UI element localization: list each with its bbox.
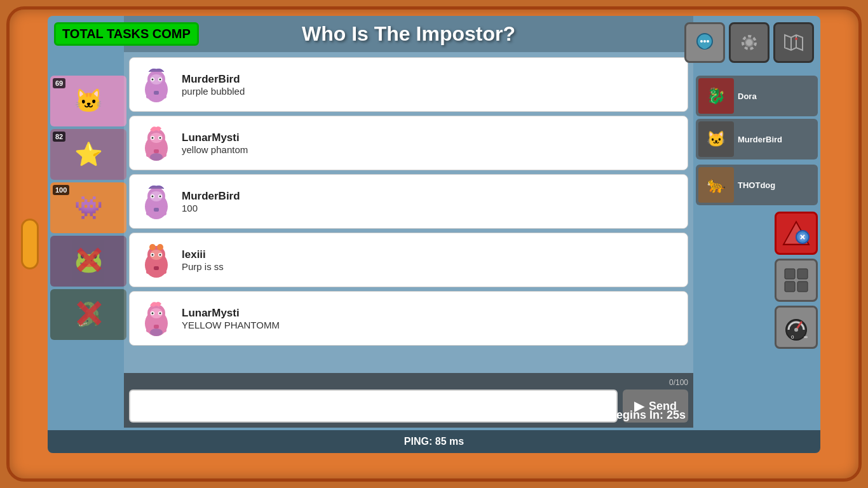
screen: TOTAL TASKS COMP [48,16,820,453]
player-badge: 82 [53,132,65,142]
svg-point-65 [152,254,154,256]
svg-text:∞: ∞ [804,334,808,340]
report-button[interactable]: ! [775,212,818,255]
svg-rect-36 [154,91,159,95]
player-avatar: 🐸 [50,236,126,287]
message-text: 100 [182,203,679,214]
message-content: MurderBird purple bubbled [182,73,679,97]
right-panel: 🐉 Dora 🐱 MurderBird 🐆 THOTdog ! [693,73,820,428]
chat-message: MurderBird purple bubbled [129,57,688,112]
svg-point-34 [152,79,154,81]
right-player-avatar: 🐉 [698,78,734,114]
svg-point-5 [745,39,753,46]
message-content: LunarMysti yellow phantom [182,132,679,155]
svg-point-45 [159,137,161,139]
chat-message: lexiii Purp is ss [129,233,688,287]
svg-point-78 [159,313,161,315]
player-item-eliminated: 🐊 [50,289,126,340]
chat-messages: MurderBird purple bubbled [124,52,693,373]
message-sender: lexiii [182,248,679,261]
svg-point-77 [152,313,154,315]
svg-point-47 [150,153,163,161]
device-frame: TOTAL TASKS COMP [6,6,862,482]
voting-timer: Voting Begins In: 25s [124,406,693,424]
right-player-row: 🐱 MurderBird [696,119,818,159]
message-text: Purp is ss [182,261,679,272]
voting-timer-text: Voting Begins In: 25s [570,409,686,421]
grid-button[interactable] [775,259,818,302]
settings-icon-button[interactable] [729,22,770,63]
svg-rect-19 [797,269,808,279]
svg-point-56 [159,196,161,198]
player-item: 82 ⭐ [50,129,126,180]
right-player-name: THOTdog [738,180,775,190]
message-avatar [139,298,174,339]
ping-text: PING: 85 ms [404,436,464,447]
player-item: 69 🐱 [50,76,126,126]
ping-bar: PING: 85 ms [48,430,820,453]
svg-rect-20 [785,281,795,292]
svg-rect-61 [161,265,166,274]
player-badge: 100 [53,185,69,195]
task-bar: TOTAL TASKS COMP [54,22,199,46]
message-text: yellow phantom [182,144,679,155]
message-content: LunarMysti YELLOW PHANTOMM [182,307,679,330]
player-badge: 69 [53,78,65,88]
svg-point-10 [795,37,797,40]
right-player-avatar: 🐆 [698,167,734,203]
svg-rect-69 [154,266,159,270]
player-avatar: 🐊 [50,289,126,340]
svg-point-55 [152,196,154,198]
svg-point-1 [702,44,708,49]
svg-point-67 [149,244,156,250]
message-sender: LunarMysti [182,307,679,320]
message-content: MurderBird 100 [182,190,679,214]
chat-message: LunarMysti yellow phantom [129,116,688,170]
svg-rect-30 [161,90,166,98]
chat-icon-button[interactable] [684,22,725,63]
message-avatar [139,123,174,163]
player-item: 100 👾 [50,182,126,233]
right-player-row: 🐉 Dora [696,76,818,116]
task-bar-label: TOTAL TASKS COMP [62,27,191,41]
player-list: 69 🐱 82 ⭐ 100 👾 🐸 🐊 [48,73,130,428]
right-player-name: MurderBird [738,135,782,144]
svg-rect-29 [146,90,151,98]
svg-rect-21 [797,281,808,292]
svg-point-2 [700,40,703,43]
chat-overlay: Who Is The Impostor? [124,16,693,428]
chat-message: MurderBird 100 [129,174,688,229]
side-handle [21,219,39,269]
message-sender: LunarMysti [182,132,679,144]
right-player-avatar: 🐱 [698,121,734,157]
top-right-icons [684,22,814,63]
speed-button[interactable]: 0 ∞ [775,306,818,349]
svg-point-3 [703,40,706,43]
svg-rect-46 [154,149,159,153]
svg-point-35 [159,79,161,81]
player-item-eliminated: 🐸 [50,236,126,287]
message-avatar [139,240,174,280]
map-icon-button[interactable] [773,22,814,63]
svg-point-24 [794,328,798,332]
message-text: YELLOW PHANTOMM [182,320,679,330]
chat-message: LunarMysti YELLOW PHANTOMM [129,291,688,346]
svg-rect-79 [154,325,159,329]
message-content: lexiii Purp is ss [182,248,679,272]
svg-rect-50 [146,207,151,215]
impostor-header: Who Is The Impostor? [124,16,693,52]
char-counter: 0/100 [129,378,688,387]
svg-point-44 [152,137,154,139]
svg-rect-60 [146,265,151,274]
svg-point-66 [159,254,161,256]
message-sender: MurderBird [182,73,679,86]
right-player-name: Dora [738,92,757,101]
message-sender: MurderBird [182,190,679,203]
message-avatar [139,64,174,105]
svg-text:0: 0 [791,334,794,340]
svg-point-80 [150,329,163,336]
svg-rect-18 [785,269,795,279]
message-avatar [139,181,174,222]
right-player-row: 🐆 THOTdog [696,165,818,205]
message-text: purple bubbled [182,86,679,97]
